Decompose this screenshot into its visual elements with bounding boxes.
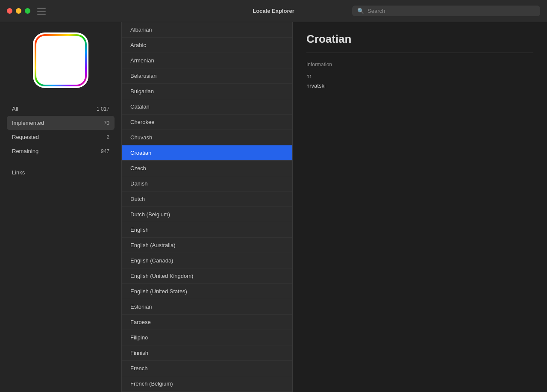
detail-divider bbox=[306, 53, 533, 53]
sidebar-item-links[interactable]: Links bbox=[12, 169, 25, 176]
minimize-button[interactable] bbox=[16, 8, 21, 14]
sidebar-stats: All 1 017 Implemented 70 Requested 2 Rem… bbox=[0, 102, 121, 158]
list-item[interactable]: Danish bbox=[122, 176, 292, 192]
app-icon-ring bbox=[35, 34, 87, 86]
detail-panel: Croatian Information hr hrvatski bbox=[293, 22, 547, 392]
app-title: Locale Explorer bbox=[253, 8, 294, 14]
detail-title: Croatian bbox=[306, 32, 533, 46]
sidebar-toggle-button[interactable] bbox=[37, 8, 46, 15]
list-item[interactable]: Armenian bbox=[122, 53, 292, 68]
detail-code: hr bbox=[306, 73, 533, 79]
app-icon: A bbox=[33, 32, 88, 88]
list-item[interactable]: Dutch bbox=[122, 192, 292, 207]
search-container: 🔍 bbox=[352, 6, 540, 16]
search-input[interactable] bbox=[368, 8, 535, 14]
list-item[interactable]: Albanian bbox=[122, 22, 292, 38]
sidebar-item-all[interactable]: All 1 017 bbox=[7, 102, 115, 116]
sidebar-item-remaining[interactable]: Remaining 947 bbox=[7, 144, 115, 158]
sidebar-links: Links bbox=[0, 162, 121, 176]
list-item[interactable]: Chuvash bbox=[122, 130, 292, 145]
list-item[interactable]: English bbox=[122, 222, 292, 238]
list-item[interactable]: Dutch (Belgium) bbox=[122, 207, 292, 222]
detail-native-name: hrvatski bbox=[306, 83, 533, 89]
search-icon: 🔍 bbox=[357, 8, 364, 14]
sidebar-item-implemented[interactable]: Implemented 70 bbox=[7, 116, 115, 130]
list-item[interactable]: French bbox=[122, 361, 292, 376]
close-button[interactable] bbox=[7, 8, 12, 14]
sidebar: A All 1 017 Implemented 70 Requested 2 R… bbox=[0, 22, 122, 392]
list-item[interactable]: Arabic bbox=[122, 38, 292, 53]
sidebar-item-requested[interactable]: Requested 2 bbox=[7, 130, 115, 144]
main-layout: A All 1 017 Implemented 70 Requested 2 R… bbox=[0, 0, 547, 392]
list-item[interactable]: Croatian bbox=[122, 145, 292, 161]
list-item[interactable]: English (United States) bbox=[122, 284, 292, 299]
traffic-lights bbox=[7, 8, 30, 14]
list-item[interactable]: English (Canada) bbox=[122, 253, 292, 268]
language-list: AlbanianArabicArmenianBelarusianBulgaria… bbox=[122, 22, 293, 392]
list-item[interactable]: Catalan bbox=[122, 99, 292, 115]
list-item[interactable]: Cherokee bbox=[122, 115, 292, 130]
list-item[interactable]: Belarusian bbox=[122, 68, 292, 84]
list-item[interactable]: French (Belgium) bbox=[122, 376, 292, 392]
list-item[interactable]: Filipino bbox=[122, 330, 292, 345]
list-item[interactable]: Estonian bbox=[122, 299, 292, 315]
list-item[interactable]: English (Australia) bbox=[122, 238, 292, 253]
detail-section-label: Information bbox=[306, 62, 533, 68]
list-item[interactable]: Faroese bbox=[122, 315, 292, 330]
app-icon-inner: A bbox=[35, 34, 87, 86]
list-item[interactable]: Finnish bbox=[122, 345, 292, 361]
list-item[interactable]: English (United Kingdom) bbox=[122, 268, 292, 284]
maximize-button[interactable] bbox=[25, 8, 30, 14]
list-item[interactable]: Bulgarian bbox=[122, 84, 292, 99]
list-item[interactable]: Czech bbox=[122, 161, 292, 176]
titlebar: Locale Explorer 🔍 bbox=[0, 0, 547, 22]
